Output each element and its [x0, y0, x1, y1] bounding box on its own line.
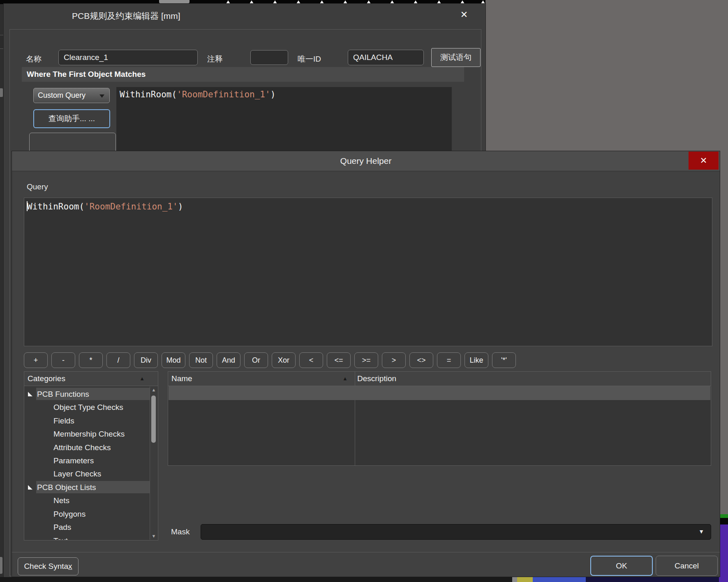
categories-panel: Categories ▲ PCB Functions Object Type C… — [24, 371, 158, 541]
strip-segment-purple — [719, 577, 728, 582]
categories-header[interactable]: Categories ▲ — [24, 372, 158, 386]
cancel-button[interactable]: Cancel — [656, 556, 718, 576]
strip-segment-blue — [533, 577, 586, 582]
table-header-row: Name ▲ Description — [168, 372, 711, 386]
dialog-title: PCB规则及约束编辑器 [mm] — [72, 10, 180, 22]
operator-and-button[interactable]: And — [217, 352, 240, 368]
categories-header-label: Categories — [28, 372, 65, 386]
scrollbar-thumb[interactable] — [151, 396, 156, 443]
operator-wildcard-button[interactable]: '*' — [492, 352, 516, 368]
category-layer-checks[interactable]: Layer Checks — [25, 467, 150, 481]
sort-ascending-icon: ▲ — [342, 375, 348, 382]
operator-xor-button[interactable]: Xor — [272, 352, 296, 368]
operator-minus-button[interactable]: - — [51, 352, 75, 368]
mask-label: Mask — [171, 527, 190, 536]
left-edge-tab[interactable] — [0, 88, 3, 97]
query-editor[interactable]: WithinRoom('RoomDefinition_1') — [24, 198, 712, 346]
category-membership-checks[interactable]: Membership Checks — [25, 428, 150, 441]
categories-scrollbar[interactable]: ▲ ▼ — [150, 386, 157, 540]
chevron-down-icon: ▼ — [698, 528, 704, 535]
section-header-text: Where The First Object Matches — [22, 67, 464, 82]
comment-input[interactable] — [250, 50, 288, 65]
operator-eq-button[interactable]: = — [437, 352, 461, 368]
close-icon[interactable]: ✕ — [457, 8, 471, 22]
chevron-down-icon — [99, 94, 104, 98]
footer-divider — [12, 552, 720, 552]
query-helper-button[interactable]: 查询助手... ... — [33, 109, 110, 128]
operator-like-button[interactable]: Like — [465, 352, 488, 368]
scroll-down-icon[interactable]: ▼ — [150, 534, 157, 538]
strip-segment-navy — [586, 577, 719, 582]
check-syntax-button[interactable]: Check Syntax — [18, 557, 79, 575]
strip-segment-gray — [512, 577, 517, 582]
query-prefix: WithinRoom( — [27, 202, 84, 212]
scroll-up-icon[interactable]: ▲ — [150, 387, 157, 392]
operator-divide-button[interactable]: / — [106, 352, 130, 368]
rule-name-input[interactable]: Clearance_1 — [58, 50, 198, 65]
functions-table: Name ▲ Description — [168, 371, 711, 466]
close-icon[interactable]: ✕ — [689, 152, 719, 170]
category-parameters[interactable]: Parameters — [25, 454, 150, 467]
operator-multiply-button[interactable]: * — [79, 352, 103, 368]
operator-gt-button[interactable]: > — [382, 352, 406, 368]
screen: PCB规则及约束编辑器 [mm] ✕ 名称 Clearance_1 注释 唯一I… — [0, 0, 728, 582]
ok-button[interactable]: OK — [590, 556, 653, 576]
operator-plus-button[interactable]: + — [24, 352, 48, 368]
name-column-header[interactable]: Name — [171, 372, 192, 386]
dialog-title: Query Helper — [12, 151, 720, 171]
mask-dropdown[interactable]: ▼ — [201, 524, 711, 540]
description-column-header[interactable]: Description — [357, 372, 396, 386]
category-pads[interactable]: Pads — [25, 521, 150, 534]
operator-lte-button[interactable]: <= — [327, 352, 351, 368]
query-string-literal: 'RoomDefinition_1' — [177, 90, 270, 99]
category-nets[interactable]: Nets — [25, 494, 150, 507]
category-group-pcb-object-lists[interactable]: PCB Object Lists — [25, 481, 150, 494]
category-polygons[interactable]: Polygons — [25, 508, 150, 521]
operator-div-button[interactable]: Div — [134, 352, 158, 368]
operator-gte-button[interactable]: >= — [354, 352, 378, 368]
query-label: Query — [27, 182, 48, 191]
scope-type-value: Custom Query — [38, 88, 86, 103]
test-query-button[interactable]: 测试语句 — [431, 48, 481, 67]
operator-or-button[interactable]: Or — [244, 352, 268, 368]
query-helper-dialog: Query Helper ✕ Query WithinRoom('RoomDef… — [12, 151, 720, 577]
sort-ascending-icon: ▲ — [139, 375, 145, 382]
name-label: 名称 — [26, 54, 42, 64]
top-strip-tab — [159, 0, 190, 3]
left-edge-tab[interactable] — [0, 557, 2, 574]
category-attribute-checks[interactable]: Attribute Checks — [25, 441, 150, 454]
scope-type-dropdown[interactable]: Custom Query — [33, 88, 110, 103]
query-suffix: ) — [178, 202, 183, 212]
query-helper-titlebar: Query Helper — [12, 151, 720, 171]
category-group-pcb-functions[interactable]: PCB Functions — [25, 388, 150, 401]
expand-triangle-icon[interactable] — [28, 485, 32, 490]
operator-lt-button[interactable]: < — [299, 352, 323, 368]
operator-not-button[interactable]: Not — [189, 352, 213, 368]
categories-tree: PCB Functions Object Type Checks Fields … — [25, 386, 150, 540]
comment-label: 注释 — [207, 54, 223, 64]
strip-segment-yellow — [517, 577, 533, 582]
right-strip-green — [720, 514, 728, 518]
unique-id-label: 唯一ID — [298, 54, 321, 64]
operator-mod-button[interactable]: Mod — [162, 352, 185, 368]
right-strip-purple — [720, 524, 728, 582]
query-string-literal: 'RoomDefinition_1' — [84, 202, 178, 212]
mnemonic-x: x — [68, 562, 72, 570]
unique-id-input[interactable]: QAILACHA — [348, 50, 424, 65]
category-fields[interactable]: Fields — [25, 414, 150, 428]
first-object-matches-header: Where The First Object Matches — [22, 67, 464, 82]
operator-neq-button[interactable]: <> — [409, 352, 433, 368]
right-strip-black — [720, 518, 728, 524]
query-suffix: ) — [270, 90, 276, 99]
category-object-type-checks[interactable]: Object Type Checks — [25, 401, 150, 414]
expand-triangle-icon[interactable] — [28, 392, 32, 396]
category-text-partial[interactable]: Text — [25, 534, 150, 540]
operator-toolbar: + - * / Div Mod Not And Or Xor < <= >= >… — [24, 352, 516, 368]
query-prefix: WithinRoom( — [120, 90, 177, 99]
rule-query-display[interactable]: WithinRoom('RoomDefinition_1') — [116, 87, 452, 157]
bottom-screen-strip — [0, 577, 728, 582]
empty-selected-row[interactable] — [169, 386, 710, 400]
